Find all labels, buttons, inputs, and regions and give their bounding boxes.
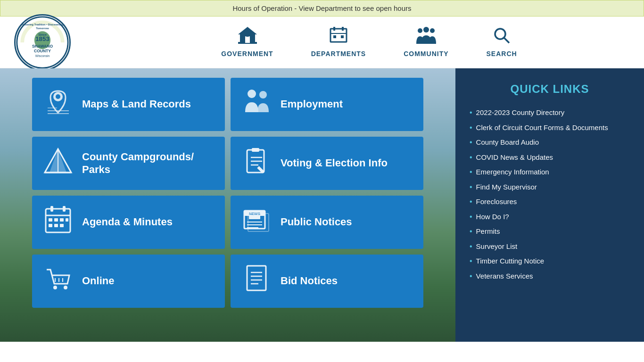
main-navigation: GOVERNMENT DEPARTMENTS: [108, 27, 630, 58]
quick-link-item: Find My Supervisor: [470, 180, 630, 195]
svg-rect-39: [252, 148, 259, 152]
banner-text: Hours of Operation - View Department to …: [232, 4, 411, 12]
svg-rect-52: [49, 224, 52, 227]
quick-link-item: County Board Audio: [470, 135, 630, 150]
quick-link[interactable]: Permits: [476, 227, 500, 236]
campgrounds-icon: [41, 145, 74, 181]
svg-text:Tomorrow: Tomorrow: [36, 26, 49, 29]
search-label: SEARCH: [487, 50, 517, 58]
maps-icon: [41, 86, 74, 123]
svg-rect-21: [341, 35, 344, 38]
svg-point-64: [64, 286, 67, 289]
svg-rect-46: [50, 206, 53, 212]
quick-link-item: Veterans Services: [470, 269, 630, 284]
svg-point-32: [248, 90, 256, 98]
main-content: Maps & Land Records Employment: [0, 68, 644, 342]
quick-link-item: Permits: [470, 224, 630, 239]
nav-government[interactable]: GOVERNMENT: [221, 27, 273, 58]
tile-bid[interactable]: Bid Notices: [231, 255, 423, 308]
notices-icon: NEWS: [240, 204, 273, 240]
site-logo[interactable]: Honoring Tradition • Discovering Tomorro…: [14, 14, 71, 71]
quick-link[interactable]: COVID News & Updates: [476, 153, 553, 162]
svg-rect-68: [247, 266, 266, 290]
online-icon: [41, 263, 74, 299]
agenda-icon: [41, 204, 74, 240]
tiles-container: Maps & Land Records Employment: [25, 68, 430, 317]
bid-icon: [240, 263, 273, 299]
svg-rect-20: [333, 35, 336, 38]
svg-point-24: [430, 28, 435, 33]
tile-online[interactable]: Online: [32, 255, 225, 308]
employment-icon: [240, 86, 273, 123]
nav-community[interactable]: COMMUNITY: [404, 27, 448, 58]
government-icon: [238, 27, 257, 48]
quick-link[interactable]: Emergency Information: [476, 167, 549, 177]
tile-agenda[interactable]: Agenda & Minutes: [32, 196, 225, 249]
departments-icon: [330, 27, 347, 48]
tile-voting[interactable]: Voting & Election Info: [231, 137, 423, 190]
tile-employment[interactable]: Employment: [231, 78, 423, 131]
svg-point-63: [53, 286, 57, 289]
agenda-label: Agenda & Minutes: [82, 216, 173, 228]
employment-label: Employment: [281, 98, 343, 110]
quick-link[interactable]: Surveyor List: [476, 242, 518, 251]
quick-link[interactable]: Foreclosures: [476, 197, 517, 206]
tile-campgrounds[interactable]: County Campgrounds/ Parks: [32, 137, 225, 190]
community-label: COMMUNITY: [404, 50, 448, 58]
hero-area: Maps & Land Records Employment: [0, 68, 455, 342]
quick-link-item: How Do I?: [470, 209, 630, 224]
logo-svg: Honoring Tradition • Discovering Tomorro…: [14, 16, 71, 69]
online-label: Online: [82, 275, 114, 287]
quick-link-item: Surveyor List: [470, 239, 630, 254]
tile-notices[interactable]: NEWS Public Notices: [231, 196, 423, 249]
quick-link[interactable]: Clerk of Circuit Court Forms & Documents: [476, 123, 608, 132]
svg-text:1853: 1853: [35, 35, 50, 42]
quick-link[interactable]: Timber Cutting Notice: [476, 256, 545, 266]
svg-rect-16: [330, 29, 347, 42]
quick-link[interactable]: Veterans Services: [476, 272, 533, 281]
quick-link[interactable]: County Board Audio: [476, 138, 539, 147]
svg-text:Honoring Tradition • Discoveri: Honoring Tradition • Discovering: [22, 23, 64, 25]
quick-link-item: COVID News & Updates: [470, 150, 630, 165]
voting-label: Voting & Election Info: [281, 157, 388, 169]
notices-label: Public Notices: [281, 216, 352, 228]
svg-rect-15: [247, 29, 248, 34]
community-icon: [416, 27, 436, 48]
quick-link[interactable]: 2022-2023 County Directory: [476, 108, 565, 117]
maps-label: Maps & Land Records: [82, 98, 191, 110]
quick-link-item: Clerk of Circuit Court Forms & Documents: [470, 120, 630, 135]
nav-departments[interactable]: DEPARTMENTS: [311, 27, 366, 58]
government-label: GOVERNMENT: [221, 50, 273, 58]
campgrounds-label: County Campgrounds/ Parks: [82, 151, 215, 176]
svg-rect-13: [245, 36, 250, 43]
quick-links-sidebar: QUICK LINKS 2022-2023 County DirectoryCl…: [455, 68, 644, 342]
svg-rect-18: [342, 27, 344, 31]
svg-point-23: [423, 27, 429, 33]
svg-text:COUNTY: COUNTY: [34, 48, 51, 53]
nav-search[interactable]: SEARCH: [487, 27, 517, 58]
svg-rect-17: [333, 27, 335, 31]
svg-point-22: [418, 28, 422, 33]
svg-rect-48: [49, 218, 52, 222]
quick-links-title: QUICK LINKS: [470, 82, 630, 96]
tile-maps[interactable]: Maps & Land Records: [32, 78, 225, 131]
search-icon: [493, 27, 510, 48]
svg-text:SHAWANO: SHAWANO: [32, 44, 53, 49]
svg-rect-47: [63, 206, 66, 212]
svg-point-33: [259, 91, 267, 99]
quick-link[interactable]: Find My Supervisor: [476, 182, 537, 192]
bid-label: Bid Notices: [281, 275, 338, 287]
site-header: Honoring Tradition • Discovering Tomorro…: [0, 16, 644, 68]
quick-link-item: Emergency Information: [470, 165, 630, 180]
quick-links-list: 2022-2023 County DirectoryClerk of Circu…: [470, 105, 630, 283]
svg-rect-49: [54, 218, 58, 222]
svg-point-28: [56, 94, 60, 99]
svg-rect-54: [60, 224, 64, 227]
svg-text:Wisconsin: Wisconsin: [35, 54, 50, 58]
quick-link-item: Timber Cutting Notice: [470, 254, 630, 269]
quick-link-item: Foreclosures: [470, 194, 630, 209]
quick-link[interactable]: How Do I?: [476, 212, 509, 222]
quick-link-item: 2022-2023 County Directory: [470, 105, 630, 120]
svg-line-26: [504, 38, 509, 43]
svg-rect-51: [66, 218, 68, 222]
